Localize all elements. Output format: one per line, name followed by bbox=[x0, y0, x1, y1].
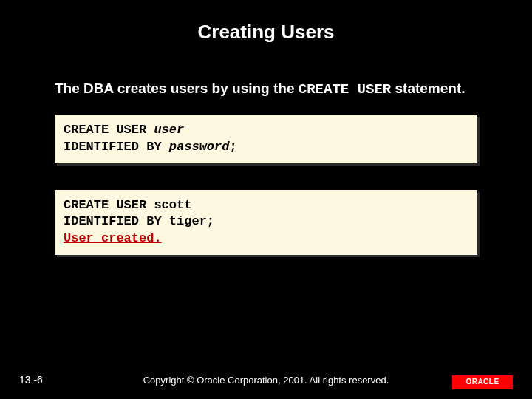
syntax-param-user: user bbox=[154, 123, 184, 137]
intro-suffix: statement. bbox=[391, 81, 465, 96]
syntax-line-2: IDENTIFIED BY password; bbox=[64, 139, 468, 156]
intro-paragraph: The DBA creates users by using the CREAT… bbox=[55, 79, 477, 100]
example-line-1: CREATE USER scott bbox=[64, 197, 468, 214]
syntax-param-password: password bbox=[169, 140, 230, 154]
footer: 13 -6 Copyright © Oracle Corporation, 20… bbox=[0, 369, 532, 386]
example-feedback: User created. bbox=[64, 231, 468, 248]
intro-keyword: CREATE USER bbox=[299, 81, 391, 98]
oracle-logo-text: ORACLE bbox=[466, 378, 499, 386]
syntax-tail: ; bbox=[229, 140, 236, 154]
syntax-line-1: CREATE USER user bbox=[64, 122, 468, 139]
syntax-box: CREATE USER user IDENTIFIED BY password; bbox=[55, 115, 477, 163]
syntax-cmd-1: CREATE USER bbox=[64, 123, 154, 137]
syntax-cmd-2: IDENTIFIED BY bbox=[64, 140, 169, 154]
slide-title: Creating Users bbox=[0, 21, 532, 44]
example-box: CREATE USER scott IDENTIFIED BY tiger; U… bbox=[55, 190, 477, 256]
example-line-2: IDENTIFIED BY tiger; bbox=[64, 214, 468, 231]
oracle-logo: ORACLE bbox=[452, 375, 513, 387]
slide: Creating Users The DBA creates users by … bbox=[0, 0, 532, 399]
intro-prefix: The DBA creates users by using the bbox=[55, 81, 299, 96]
